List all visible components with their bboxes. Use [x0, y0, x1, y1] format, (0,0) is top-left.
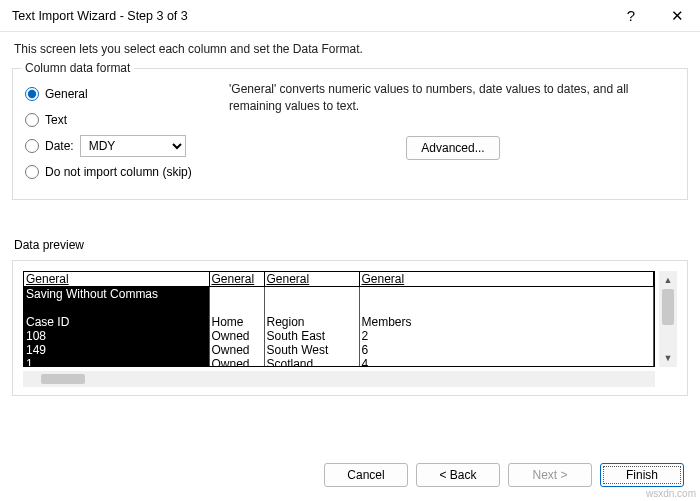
table-row: 149OwnedSouth West6: [24, 343, 654, 357]
col-header[interactable]: General: [24, 272, 209, 287]
table-row: [24, 301, 654, 315]
scroll-thumb[interactable]: [41, 374, 85, 384]
table-row: Saving Without Commas: [24, 287, 654, 302]
preview-vertical-scrollbar[interactable]: ▲ ▼: [659, 271, 677, 367]
radio-text-label: Text: [45, 113, 67, 127]
preview-legend: Data preview: [14, 238, 686, 252]
close-icon[interactable]: ✕: [654, 0, 700, 32]
instruction-text: This screen lets you select each column …: [0, 32, 700, 64]
scroll-down-icon[interactable]: ▼: [659, 349, 677, 367]
cancel-button[interactable]: Cancel: [324, 463, 408, 487]
next-button: Next >: [508, 463, 592, 487]
table-row: 108OwnedSouth East2: [24, 329, 654, 343]
data-preview-table-wrap[interactable]: General General General General Saving W…: [23, 271, 655, 367]
window-title: Text Import Wizard - Step 3 of 3: [12, 9, 608, 23]
radio-general-label: General: [45, 87, 88, 101]
radio-date-label: Date:: [45, 139, 74, 153]
finish-button[interactable]: Finish: [600, 463, 684, 487]
back-button[interactable]: < Back: [416, 463, 500, 487]
col-header[interactable]: General: [264, 272, 359, 287]
column-data-format-group: Column data format General Text Date: MD…: [12, 68, 688, 200]
date-format-select[interactable]: MDY: [80, 135, 186, 157]
format-description: 'General' converts numeric values to num…: [229, 81, 677, 116]
radio-text-input[interactable]: [25, 113, 39, 127]
titlebar: Text Import Wizard - Step 3 of 3 ? ✕: [0, 0, 700, 32]
data-preview-box: General General General General Saving W…: [12, 260, 688, 396]
col-header[interactable]: General: [209, 272, 264, 287]
table-row: 1OwnedScotland4: [24, 357, 654, 367]
help-icon[interactable]: ?: [608, 0, 654, 32]
radio-text[interactable]: Text: [25, 109, 221, 131]
radio-skip-input[interactable]: [25, 165, 39, 179]
radio-skip-label: Do not import column (skip): [45, 165, 192, 179]
data-preview-table: General General General General Saving W…: [24, 272, 654, 367]
col-header[interactable]: General: [359, 272, 654, 287]
scroll-thumb[interactable]: [662, 289, 674, 325]
group-legend: Column data format: [21, 61, 134, 75]
watermark: wsxdn.com: [646, 488, 696, 499]
table-row: Case IDHomeRegionMembers: [24, 315, 654, 329]
radio-skip[interactable]: Do not import column (skip): [25, 161, 221, 183]
preview-horizontal-scrollbar[interactable]: [23, 371, 655, 387]
scroll-up-icon[interactable]: ▲: [659, 271, 677, 289]
advanced-button[interactable]: Advanced...: [406, 136, 499, 160]
dialog-buttons: Cancel < Back Next > Finish: [324, 463, 684, 487]
radio-general-input[interactable]: [25, 87, 39, 101]
radio-general[interactable]: General: [25, 83, 221, 105]
radio-date-input[interactable]: [25, 139, 39, 153]
radio-date[interactable]: Date: MDY: [25, 135, 221, 157]
